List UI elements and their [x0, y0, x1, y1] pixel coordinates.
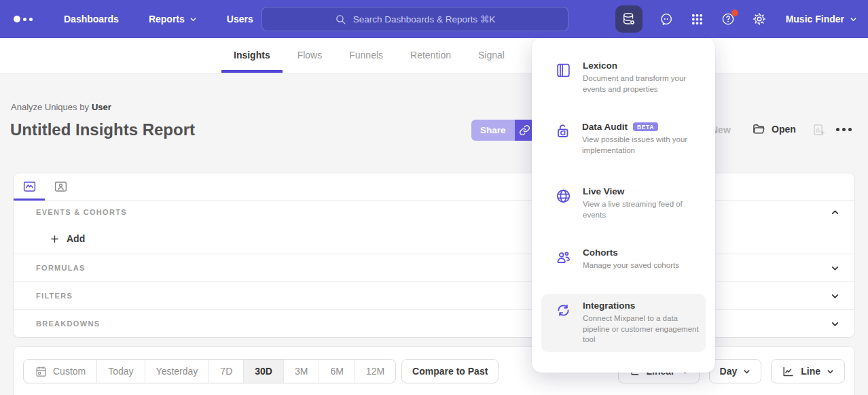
add-label: Add — [67, 233, 85, 244]
menu-item-data-audit[interactable]: Data AuditBETA View possible issues with… — [541, 115, 706, 162]
open-label: Open — [772, 124, 796, 135]
date-range-30d[interactable]: 30D — [243, 360, 283, 383]
nav-link-users[interactable]: Users — [227, 14, 253, 24]
help-icon[interactable] — [721, 12, 736, 27]
nav-link-label: Dashboards — [64, 14, 119, 24]
report-tabbar: Insights Flows Funnels Retention Signal … — [0, 38, 868, 73]
section-label: FORMULAS — [36, 264, 86, 272]
date-range-3m[interactable]: 3M — [283, 360, 319, 383]
date-range-custom[interactable]: Custom — [24, 360, 96, 383]
filters-section[interactable]: FILTERS — [14, 281, 854, 309]
tab-signal[interactable]: Signal — [466, 38, 517, 73]
menu-item-title: Cohorts — [583, 247, 618, 258]
user-profile-icon — [54, 179, 68, 194]
menu-item-description: View a live streaming feed of events — [583, 199, 700, 220]
date-range-6m[interactable]: 6M — [319, 360, 354, 383]
builder-tab-strip — [14, 173, 854, 201]
menu-item-description: Document and transform your events and p… — [583, 73, 700, 95]
date-range-7d[interactable]: 7D — [209, 360, 243, 383]
more-options-button[interactable] — [836, 128, 852, 131]
events-view-tab[interactable] — [14, 173, 45, 200]
cohorts-people-icon — [555, 249, 572, 266]
notification-dot — [731, 10, 738, 16]
menu-item-live-view[interactable]: Live View View a live streaming feed of … — [541, 179, 706, 227]
menu-item-title: Data Audit — [582, 122, 628, 132]
apps-grid-icon[interactable] — [690, 12, 704, 27]
menu-item-title: Lexicon — [583, 61, 617, 71]
folder-icon — [752, 122, 765, 136]
open-report-button[interactable]: Open — [752, 122, 796, 136]
interval-dropdown[interactable]: Day — [709, 359, 762, 383]
date-range-12m[interactable]: 12M — [355, 360, 395, 383]
chevron-up-icon[interactable] — [831, 208, 839, 217]
add-to-dashboard-icon[interactable] — [812, 123, 826, 137]
chart-type-dropdown[interactable]: Line — [771, 359, 845, 383]
data-management-menu: Lexicon Document and transform your even… — [532, 37, 715, 373]
query-builder: EVENTS & COHORTS Add FORMULAS FILTERS BR… — [14, 173, 854, 337]
menu-item-lexicon[interactable]: Lexicon Document and transform your even… — [541, 54, 706, 101]
page-title[interactable]: Untitled Insights Report — [10, 120, 195, 139]
compare-to-past-button[interactable]: Compare to Past — [401, 359, 499, 383]
logo-dot — [23, 18, 26, 21]
date-range-picker: Custom Today Yesterday 7D 30D 3M 6M 12M — [23, 359, 396, 383]
chevron-down-icon[interactable] — [831, 320, 839, 328]
nav-links: Dashboards Reports Users — [64, 14, 253, 24]
logo-dot — [14, 16, 20, 22]
share-button[interactable]: Share — [471, 120, 515, 141]
section-label: FILTERS — [36, 292, 73, 300]
profiles-view-tab[interactable] — [45, 173, 76, 200]
formulas-section[interactable]: FORMULAS — [14, 254, 854, 281]
chevron-down-icon — [743, 368, 751, 375]
nav-link-label: Users — [227, 14, 253, 24]
menu-item-title: Integrations — [583, 300, 635, 311]
chart-type-label: Line — [801, 366, 820, 377]
interval-label: Day — [720, 366, 738, 377]
menu-item-description: Manage your saved cohorts — [583, 260, 700, 271]
date-range-today[interactable]: Today — [96, 360, 144, 383]
nav-link-dashboards[interactable]: Dashboards — [64, 14, 119, 24]
search-icon — [335, 14, 346, 25]
chevron-down-icon[interactable] — [831, 292, 839, 300]
chevron-down-icon — [850, 16, 857, 23]
menu-item-cohorts[interactable]: Cohorts Manage your saved cohorts — [541, 241, 706, 278]
segment-label: Custom — [53, 366, 86, 377]
tab-flows[interactable]: Flows — [285, 38, 335, 73]
plus-icon — [50, 234, 60, 244]
add-event-button[interactable]: Add — [14, 224, 854, 254]
calendar-icon — [35, 365, 48, 378]
project-switcher[interactable]: Music Finder — [786, 14, 857, 24]
nav-link-label: Reports — [149, 14, 185, 24]
navbar-right: Music Finder — [615, 0, 857, 38]
section-label: EVENTS & COHORTS — [36, 208, 127, 216]
search-input[interactable]: Search Dashboards & Reports ⌘K — [261, 7, 568, 31]
chevron-down-icon[interactable] — [831, 264, 839, 273]
date-range-yesterday[interactable]: Yesterday — [145, 360, 209, 383]
share-button-group: Share — [471, 120, 535, 141]
nav-link-reports[interactable]: Reports — [149, 14, 197, 24]
link-icon — [519, 124, 530, 136]
menu-item-description: View possible issues with your implement… — [582, 135, 699, 156]
integrations-sync-icon — [555, 302, 572, 319]
beta-badge: BETA — [633, 122, 658, 131]
logo-dot — [29, 18, 33, 21]
project-name: Music Finder — [786, 14, 844, 24]
line-chart-icon — [782, 365, 795, 378]
live-view-globe-icon — [555, 188, 572, 205]
menu-item-title: Live View — [583, 186, 624, 196]
feedback-icon[interactable] — [659, 12, 674, 27]
subtitle-value[interactable]: User — [92, 102, 111, 112]
breakdowns-section[interactable]: BREAKDOWNS — [14, 309, 854, 337]
data-management-icon[interactable] — [615, 5, 643, 33]
menu-item-integrations[interactable]: Integrations Connect Mixpanel to a data … — [541, 294, 706, 352]
events-cohorts-section[interactable]: EVENTS & COHORTS — [14, 201, 854, 224]
chart-icon — [22, 179, 37, 194]
mixpanel-logo[interactable] — [14, 16, 33, 22]
tab-funnels[interactable]: Funnels — [337, 38, 395, 73]
top-navbar: Dashboards Reports Users Search Dashboar… — [0, 0, 868, 38]
settings-gear-icon[interactable] — [752, 12, 767, 27]
tab-insights[interactable]: Insights — [221, 38, 283, 73]
search-placeholder: Search Dashboards & Reports ⌘K — [353, 14, 495, 24]
section-label: BREAKDOWNS — [36, 320, 100, 328]
tab-retention[interactable]: Retention — [398, 38, 463, 73]
report-subtitle: Analyze Uniques byUser — [11, 102, 111, 112]
